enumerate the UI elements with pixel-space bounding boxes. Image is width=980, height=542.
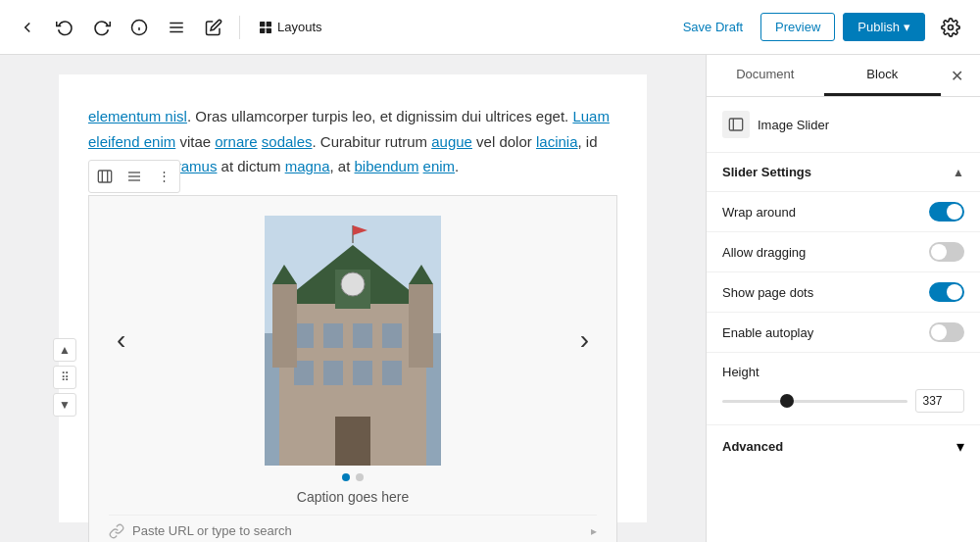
settings-button[interactable] bbox=[933, 10, 968, 45]
editor-content: elementum nisl. Oras ullamcorper turpis … bbox=[59, 74, 647, 522]
go-back-button[interactable] bbox=[12, 12, 43, 43]
building-svg bbox=[265, 216, 441, 466]
svg-rect-11 bbox=[98, 171, 111, 182]
link-ornare[interactable]: ornare bbox=[215, 133, 257, 150]
main-content: elementum nisl. Oras ullamcorper turpis … bbox=[0, 55, 980, 542]
block-type-button[interactable] bbox=[91, 163, 119, 190]
setting-enable-autoplay: Enable autoplay bbox=[707, 313, 980, 353]
advanced-label: Advanced bbox=[722, 439, 783, 454]
svg-rect-23 bbox=[353, 323, 372, 348]
slider-settings-title: Slider Settings bbox=[722, 165, 811, 179]
enable-autoplay-label: Enable autoplay bbox=[722, 325, 813, 340]
link-elementum[interactable]: elementum nisl bbox=[88, 108, 187, 124]
slider-prev-button[interactable]: ‹ bbox=[109, 317, 133, 364]
menu-button[interactable] bbox=[161, 12, 192, 43]
slider-dots bbox=[109, 473, 597, 481]
svg-rect-34 bbox=[272, 284, 297, 368]
slider-caption[interactable]: Caption goes here bbox=[109, 489, 597, 505]
setting-allow-dragging: Allow dragging bbox=[707, 232, 980, 272]
publish-button[interactable]: Publish ▾ bbox=[843, 13, 925, 41]
svg-rect-6 bbox=[260, 22, 265, 26]
block-label-icon bbox=[722, 111, 750, 138]
enable-autoplay-toggle[interactable] bbox=[929, 322, 964, 342]
url-arrow[interactable]: ▸ bbox=[591, 524, 597, 538]
height-row bbox=[722, 389, 964, 413]
slider-settings-arrow: ▲ bbox=[953, 166, 964, 179]
link-eleifend[interactable]: eleifend enim bbox=[88, 133, 175, 150]
block-side-controls: ▲ ⠿ ▼ bbox=[53, 338, 76, 417]
show-page-dots-label: Show page dots bbox=[722, 285, 813, 300]
svg-rect-27 bbox=[353, 361, 372, 385]
slider-settings-header[interactable]: Slider Settings ▲ bbox=[707, 153, 980, 192]
image-slider-block: ⋮ ▲ ⠿ ▼ ‹ bbox=[88, 195, 617, 543]
svg-rect-22 bbox=[323, 323, 343, 348]
block-label-row: Image Slider bbox=[707, 97, 980, 153]
enable-autoplay-knob bbox=[931, 324, 947, 340]
undo-button[interactable] bbox=[49, 12, 80, 43]
svg-point-31 bbox=[341, 272, 365, 296]
height-section: Height bbox=[707, 353, 980, 425]
block-label-text: Image Slider bbox=[758, 118, 829, 132]
link-magna[interactable]: magna bbox=[285, 158, 330, 174]
slider-url-row: ▸ bbox=[109, 515, 597, 539]
block-toolbar: ⋮ bbox=[88, 160, 180, 193]
dot-inactive bbox=[356, 473, 364, 481]
block-tab[interactable]: Block bbox=[824, 55, 942, 96]
link-enim[interactable]: enim bbox=[423, 158, 456, 174]
save-draft-button[interactable]: Save Draft bbox=[673, 14, 753, 40]
svg-rect-38 bbox=[729, 119, 742, 130]
show-page-dots-slider bbox=[929, 282, 964, 302]
advanced-arrow: ▾ bbox=[956, 437, 964, 456]
allow-dragging-slider bbox=[929, 242, 964, 262]
svg-rect-26 bbox=[323, 361, 343, 385]
move-handle[interactable]: ⠿ bbox=[53, 366, 76, 389]
main-toolbar: Layouts Save Draft Preview Publish ▾ bbox=[0, 0, 980, 55]
height-range-input[interactable] bbox=[722, 400, 907, 403]
svg-rect-28 bbox=[382, 361, 402, 385]
setting-show-page-dots: Show page dots bbox=[707, 272, 980, 313]
svg-rect-7 bbox=[267, 22, 271, 26]
height-number-input[interactable] bbox=[915, 389, 964, 413]
svg-rect-24 bbox=[382, 323, 402, 348]
editor-area: elementum nisl. Oras ullamcorper turpis … bbox=[0, 55, 706, 542]
enable-autoplay-slider bbox=[929, 322, 964, 342]
slider-image-area: ‹ bbox=[109, 216, 597, 466]
sidebar-header: Document Block ✕ bbox=[707, 55, 980, 97]
svg-rect-29 bbox=[335, 417, 370, 466]
preview-button[interactable]: Preview bbox=[760, 13, 835, 41]
svg-rect-9 bbox=[267, 27, 271, 32]
link-augue[interactable]: augue bbox=[431, 133, 472, 150]
edit-button[interactable] bbox=[198, 12, 229, 43]
info-button[interactable] bbox=[123, 12, 155, 43]
link-bibendum[interactable]: bibendum bbox=[355, 158, 419, 174]
height-label: Height bbox=[722, 365, 964, 379]
wrap-around-toggle[interactable] bbox=[929, 202, 964, 222]
layouts-button[interactable]: Layouts bbox=[250, 16, 330, 39]
url-input[interactable] bbox=[132, 523, 583, 538]
svg-rect-36 bbox=[409, 284, 433, 368]
redo-button[interactable] bbox=[86, 12, 118, 43]
allow-dragging-toggle[interactable] bbox=[929, 242, 964, 262]
toolbar-divider bbox=[239, 16, 240, 39]
link-sodales[interactable]: sodales bbox=[262, 133, 313, 150]
advanced-section[interactable]: Advanced ▾ bbox=[707, 425, 980, 468]
show-page-dots-knob bbox=[947, 284, 962, 300]
slider-next-button[interactable]: › bbox=[572, 317, 597, 364]
allow-dragging-knob bbox=[931, 244, 947, 260]
link-icon bbox=[109, 523, 124, 539]
block-more-button[interactable]: ⋮ bbox=[150, 163, 177, 190]
slider-container: ‹ bbox=[88, 195, 617, 543]
wrap-around-knob bbox=[947, 204, 962, 220]
block-align-button[interactable] bbox=[121, 163, 148, 190]
svg-point-10 bbox=[949, 25, 954, 29]
show-page-dots-toggle[interactable] bbox=[929, 282, 964, 302]
link-luam[interactable]: Luam bbox=[572, 108, 610, 124]
sidebar-close-button[interactable]: ✕ bbox=[941, 60, 972, 91]
setting-wrap-around: Wrap around bbox=[707, 192, 980, 232]
move-down-button[interactable]: ▼ bbox=[53, 393, 76, 417]
allow-dragging-label: Allow dragging bbox=[722, 245, 806, 260]
document-tab[interactable]: Document bbox=[707, 55, 824, 96]
wrap-around-slider bbox=[929, 202, 964, 222]
link-lacinia[interactable]: lacinia bbox=[536, 133, 578, 150]
move-up-button[interactable]: ▲ bbox=[53, 338, 76, 362]
